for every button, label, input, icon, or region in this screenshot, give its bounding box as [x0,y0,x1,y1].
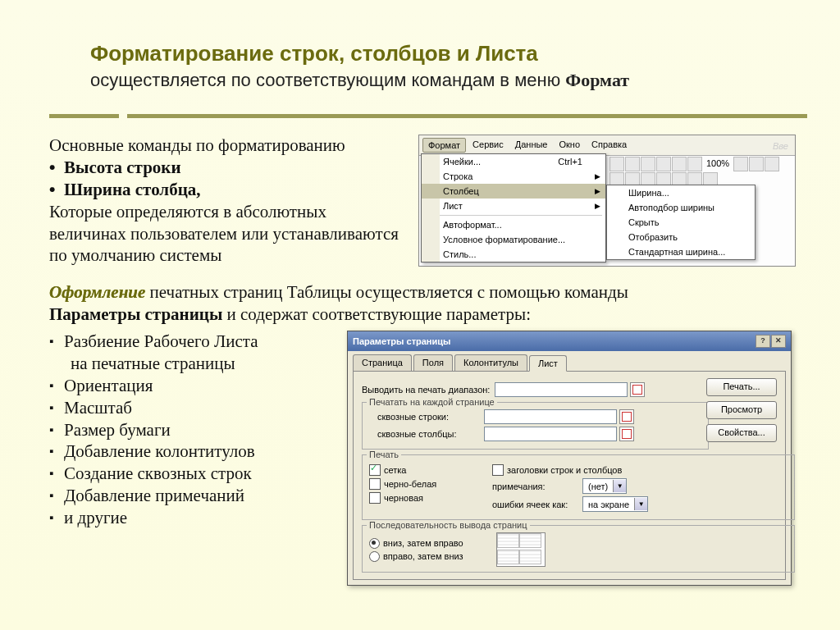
oformlenie-text: печатных страниц Таблицы осуществляется … [150,282,628,302]
tab-sheet[interactable]: Лист [529,355,567,372]
oformlenie-paragraph: Оформление печатных страниц Таблицы осущ… [49,281,807,326]
input-hint: Вве [768,139,793,153]
param-split: Разбиение Рабочего Листана печатные стра… [49,331,340,375]
chevron-right-icon: ▶ [595,172,600,180]
chevron-right-icon: ▶ [595,202,600,210]
dialog-title-text: Параметры страницы [353,336,450,346]
properties-button[interactable]: Свойства... [706,424,777,442]
toolbar-icon[interactable] [765,157,779,171]
menu-item-cells[interactable]: Ячейки...Ctrl+1 [422,154,605,169]
range-picker-icon[interactable] [630,382,645,397]
tab-page[interactable]: Страница [353,354,412,371]
dialog-titlebar: Параметры страницы ? ✕ [348,331,791,351]
column-submenu: Ширина... Автоподбор ширины Скрыть Отобр… [606,185,756,260]
slide-subtitle: осуществляется по соответствующим команд… [90,70,807,91]
main-commands-text: Основные команды по форматированию [49,135,402,157]
print-range-label: Выводить на печать диапазон: [362,385,490,395]
label-headers: заголовки строк и столбцов [507,465,622,475]
param-throughrows: Создание сквозных строк [49,463,340,485]
format-dropdown: Ячейки...Ctrl+1 Строка▶ Столбец▶ Лист▶ А… [421,153,606,262]
param-headers: Добавление колонтитулов [49,441,340,463]
order-group: Последовательность вывода страниц [367,520,530,530]
checkbox-bw[interactable] [369,478,381,490]
submenu-hide[interactable]: Скрыть [607,215,755,230]
word-format: Формат [565,70,629,90]
after-bullets-text: Которые определяются в абсолютных величи… [49,201,402,267]
through-cols-input[interactable] [484,427,617,441]
chevron-right-icon: ▶ [595,187,600,195]
menu-item-autoformat[interactable]: Автоформат... [422,217,605,232]
each-page-group: Печатать на каждой странице [367,397,497,407]
menu-item-style[interactable]: Стиль... [422,247,605,262]
submenu-width[interactable]: Ширина... [607,185,755,200]
combo-notes[interactable]: (нет)▼ [582,478,627,494]
toolbar-icon[interactable] [733,157,748,171]
zoom-value[interactable]: 100% [703,157,733,171]
oformlenie-tail: и содержат соответствующие параметры: [222,304,531,324]
close-button[interactable]: ✕ [771,335,786,348]
toolbar-icon[interactable] [687,157,702,171]
divider [49,114,807,118]
bullet-width: Ширина столбца, [49,179,402,201]
chevron-down-icon[interactable]: ▼ [613,480,626,492]
menu-service[interactable]: Сервис [468,138,509,153]
chevron-down-icon[interactable]: ▼ [634,498,647,510]
label-errors: ошибки ячеек как: [492,500,582,509]
label-notes: примечания: [492,482,582,491]
radio-right[interactable] [369,551,380,562]
menu-data[interactable]: Данные [510,138,553,153]
toolbar-icon[interactable] [656,157,671,171]
page-setup-dialog: Параметры страницы ? ✕ Страница Поля Кол… [347,331,792,586]
through-rows-input[interactable] [484,409,617,424]
print-group: Печать [367,450,401,459]
range-picker-icon[interactable] [619,409,634,424]
toolbar-icon[interactable] [672,157,687,171]
print-button[interactable]: Печать... [706,378,777,396]
label-bw: черно-белая [384,479,436,489]
radio-down[interactable] [369,538,380,549]
param-paper: Размер бумаги [49,419,340,441]
subtitle-text: осуществляется по соответствующим команд… [90,70,565,90]
checkbox-draft[interactable] [369,492,381,504]
label-grid: сетка [384,465,406,475]
tab-headerfooter[interactable]: Колонтитулы [454,354,527,371]
toolbar-icon[interactable] [749,157,764,171]
range-picker-icon[interactable] [619,427,634,441]
page-order-icon [496,532,546,567]
tab-margins[interactable]: Поля [413,354,453,371]
menu-format[interactable]: Формат [422,138,466,153]
submenu-stdwidth[interactable]: Стандартная ширина... [607,244,755,259]
param-other: и другие [49,507,340,529]
label-order-right: вправо, затем вниз [383,551,463,561]
shortcut: Ctrl+1 [558,157,600,167]
submenu-autofit[interactable]: Автоподбор ширины [607,200,755,215]
menu-item-column[interactable]: Столбец▶ [422,184,605,199]
param-scale: Масштаб [49,397,340,419]
menu-help[interactable]: Справка [587,138,632,153]
through-rows-label: сквозные строки: [369,412,484,422]
oformlenie-label: Оформление [49,282,145,302]
menu-window[interactable]: Окно [555,138,586,153]
print-range-input[interactable] [495,382,628,397]
toolbar-icon[interactable] [609,157,624,171]
preview-button[interactable]: Просмотр [706,401,777,419]
bullet-height: Высота строки [49,157,402,179]
help-button[interactable]: ? [756,335,770,348]
menu-item-conditional[interactable]: Условное форматирование... [422,232,605,247]
checkbox-grid[interactable] [369,464,381,476]
toolbar-icon[interactable] [625,157,640,171]
combo-errors[interactable]: на экране▼ [582,496,648,512]
menu-item-sheet[interactable]: Лист▶ [422,199,605,213]
page-params-label: Параметры страницы [49,304,222,324]
through-cols-label: сквозные столбцы: [369,429,484,439]
param-notes: Добавление примечаний [49,485,340,507]
param-orientation: Ориентация [49,375,340,397]
submenu-show[interactable]: Отобразить [607,230,755,244]
slide-title: Форматирование строк, столбцов и Листа [90,41,807,66]
menu-item-row[interactable]: Строка▶ [422,169,605,184]
label-draft: черновая [384,493,423,503]
toolbar-icon[interactable] [641,157,655,171]
label-order-down: вниз, затем вправо [383,538,463,548]
excel-menu-mock: Формат Сервис Данные Окно Справка Вве 10… [418,135,796,267]
checkbox-headers[interactable] [492,464,504,476]
